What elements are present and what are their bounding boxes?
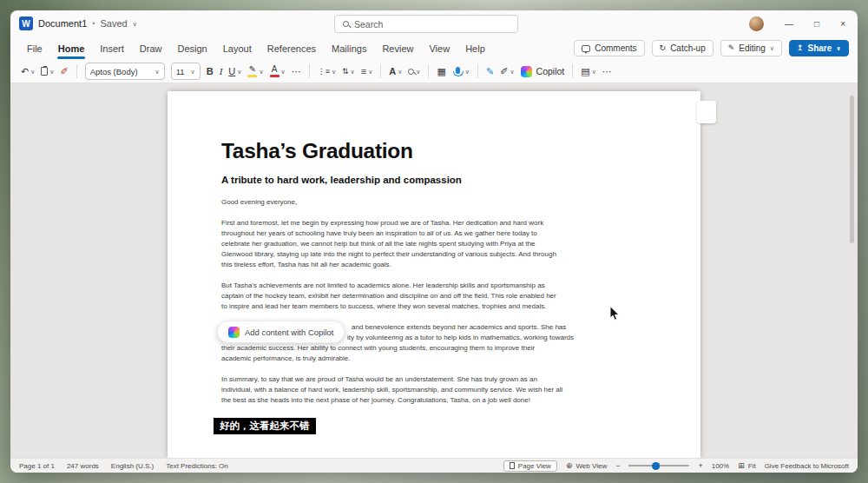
designer-button[interactable]: ▤ ∨ <box>581 67 596 76</box>
fit-button[interactable]: ⊞ Fit <box>738 462 755 470</box>
scrollbar[interactable] <box>850 96 854 243</box>
text-line[interactable]: throughout her years of schooling have t… <box>221 228 631 239</box>
text-line[interactable]: academic performance, is truly admirable… <box>221 354 631 364</box>
bold-button[interactable]: B <box>207 67 214 76</box>
fit-icon: ⊞ <box>738 462 745 470</box>
page-view-button[interactable]: Page View <box>503 460 557 472</box>
tab-home[interactable]: Home <box>50 38 93 59</box>
text-line[interactable]: First and foremost, let me begin by expr… <box>221 218 631 228</box>
status-page-count[interactable]: Page 1 of 1 <box>19 462 55 470</box>
bullets-button[interactable]: ⋮≡ ∨ <box>318 68 336 76</box>
tab-file[interactable]: File <box>19 38 50 59</box>
chevron-down-icon: ∨ <box>368 69 372 75</box>
editing-button[interactable]: ✎ Editing ∨ <box>720 40 782 56</box>
web-view-button[interactable]: ⊕ Web View <box>566 462 607 470</box>
tab-review[interactable]: Review <box>374 38 421 59</box>
chevron-down-icon: ∨ <box>416 69 420 75</box>
text-line[interactable]: But Tasha's achievements are not limited… <box>221 281 631 291</box>
text-line[interactable]: celebrate her graduation, we cannot help… <box>221 239 631 249</box>
zoom-out-button[interactable]: − <box>615 462 620 470</box>
zoom-slider[interactable] <box>628 465 689 466</box>
dictate-button[interactable]: ∨ <box>452 67 470 76</box>
align-button[interactable]: ≡ ∨ <box>361 67 373 76</box>
chevron-down-icon: ∨ <box>398 69 402 75</box>
quick-toolbar: ↶ ∨ ∨ ✐ Aptos (Body) ∨ 11 ∨ B I U ∨ ✎ ∨ <box>10 60 858 83</box>
text-line[interactable]: the best as she heads into the next phas… <box>221 395 631 406</box>
text-line[interactable]: captain of the hockey team, exhibit her … <box>221 291 631 301</box>
tab-help[interactable]: Help <box>457 38 493 59</box>
chevron-down-icon[interactable]: ∨ <box>133 21 137 27</box>
word-logo-icon[interactable]: W <box>19 17 33 30</box>
paste-button[interactable]: ∨ <box>41 67 54 76</box>
find-button[interactable]: ∨ <box>408 69 420 75</box>
undo-button[interactable]: ↶ ∨ <box>21 67 35 76</box>
font-name-select[interactable]: Aptos (Body) ∨ <box>85 63 165 80</box>
copilot-suggestion-button[interactable]: Add content with Copilot <box>217 321 345 343</box>
tab-design[interactable]: Design <box>169 38 214 59</box>
close-button[interactable]: × <box>840 19 845 29</box>
font-size-value: 11 <box>176 67 185 76</box>
paragraph: Good evening everyone, <box>221 197 631 208</box>
pen-tools-button[interactable]: ✐ ∨ <box>500 67 514 76</box>
tab-mailings[interactable]: Mailings <box>324 38 374 59</box>
underline-button[interactable]: U ∨ <box>228 67 241 76</box>
minimize-button[interactable]: — <box>785 19 793 29</box>
highlight-color-button[interactable]: ✎ ∨ <box>247 65 263 77</box>
text-line[interactable]: individual, with a balance of hard work,… <box>221 385 631 395</box>
line-spacing-button[interactable]: ⇅ ∨ <box>342 68 355 76</box>
tab-layout[interactable]: Layout <box>215 38 260 59</box>
catchup-button[interactable]: ↻ Catch-up <box>652 40 713 56</box>
styles-button[interactable]: A ∨ <box>389 67 402 76</box>
copilot-suggestion-label: Add content with Copilot <box>245 328 333 337</box>
toolbar-divider <box>572 64 573 78</box>
page-view-icon <box>510 462 515 469</box>
zoom-slider-thumb[interactable] <box>652 462 660 470</box>
search-input[interactable]: Search <box>334 15 518 33</box>
tab-draw[interactable]: Draw <box>132 38 170 59</box>
status-word-count[interactable]: 247 words <box>67 462 99 470</box>
microphone-icon <box>456 67 460 74</box>
feedback-link[interactable]: Give Feedback to Microsoft <box>765 462 849 470</box>
status-text-predictions[interactable]: Text Predictions: On <box>166 462 228 470</box>
text-line[interactable]: their academic success. Her ability to c… <box>221 343 631 354</box>
maximize-button[interactable]: □ <box>814 19 819 29</box>
document-page[interactable]: Tasha’s Graduation A tribute to hard wor… <box>168 91 700 458</box>
text-line[interactable]: In summary, to say that we are proud of … <box>221 374 631 385</box>
text-line[interactable]: this tireless effort, Tasha has hit all … <box>221 260 631 270</box>
comments-button[interactable]: Comments <box>574 40 644 56</box>
tab-insert[interactable]: Insert <box>92 38 132 59</box>
text-line[interactable]: to inspire and lead her team members to … <box>221 301 631 312</box>
zoom-level[interactable]: 100% <box>712 462 729 470</box>
more-font-options-button[interactable]: ⋯ <box>292 67 301 76</box>
toolbar-divider <box>428 64 429 78</box>
zoom-in-button[interactable]: + <box>698 462 702 470</box>
text-line[interactable]: Glenwood library, staying up late into t… <box>221 249 631 260</box>
undo-icon: ↶ <box>21 67 29 76</box>
designer-icon: ▤ <box>581 67 589 76</box>
document-canvas: Tasha’s Graduation A tribute to hard wor… <box>10 83 858 458</box>
editor-button[interactable]: ▦ <box>437 67 445 76</box>
tab-references[interactable]: References <box>260 38 324 59</box>
share-button[interactable]: ↥ Share ∨ <box>789 40 849 56</box>
format-painter-button[interactable]: ✐ <box>60 67 68 76</box>
more-toolbar-button[interactable]: ⋯ <box>602 67 612 76</box>
tab-view[interactable]: View <box>421 38 457 59</box>
copilot-button[interactable]: Copilot <box>521 66 565 77</box>
avatar[interactable] <box>749 17 764 31</box>
text-line[interactable]: Good evening everyone, <box>221 197 631 208</box>
doc-heading[interactable]: Tasha’s Graduation <box>221 139 631 163</box>
doc-subheading[interactable]: A tribute to hard work, leadership and c… <box>221 174 631 187</box>
collapsed-comment-card[interactable] <box>697 101 716 123</box>
chevron-down-icon: ∨ <box>465 69 470 75</box>
web-view-label: Web View <box>575 462 607 470</box>
font-size-select[interactable]: 11 ∨ <box>171 63 201 80</box>
chevron-down-icon: ∨ <box>510 69 514 75</box>
saved-status[interactable]: Saved <box>100 18 127 29</box>
status-language[interactable]: English (U.S.) <box>111 462 154 470</box>
document-title[interactable]: Document1 <box>38 18 87 29</box>
font-color-button[interactable]: A ∨ <box>270 65 286 77</box>
chevron-down-icon: ∨ <box>30 69 35 75</box>
pen-icon: ✐ <box>500 67 508 76</box>
italic-button[interactable]: I <box>220 67 223 76</box>
ink-editor-button[interactable]: ✎ <box>486 67 494 76</box>
